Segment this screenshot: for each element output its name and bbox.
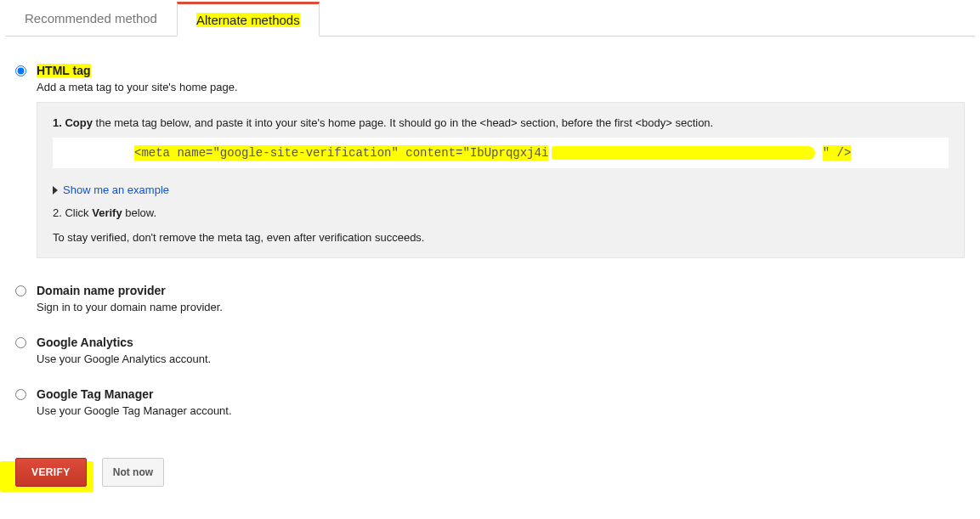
html-tag-detail: 1. Copy the meta tag below, and paste it… [37, 102, 965, 258]
radio-ga[interactable] [15, 337, 26, 348]
option-html-tag[interactable]: HTML tag Add a meta tag to your site's h… [15, 64, 965, 258]
option-domain[interactable]: Domain name provider Sign in to your dom… [15, 284, 965, 319]
option-gtm[interactable]: Google Tag Manager Use your Google Tag M… [15, 387, 965, 422]
option-gtm-title: Google Tag Manager [37, 387, 965, 401]
tab-recommended[interactable]: Recommended method [5, 2, 177, 37]
meta-tag-code[interactable]: <meta name="google-site-verification" co… [53, 138, 949, 168]
meta-tag-value-visible: <meta name="google-site-verification" co… [134, 145, 548, 161]
verify-highlight: VERIFY [15, 458, 87, 487]
option-domain-desc: Sign in to your domain name provider. [37, 301, 965, 313]
tab-recommended-label: Recommended method [25, 11, 157, 25]
option-html-tag-title-text: HTML tag [37, 64, 91, 77]
option-ga-desc: Use your Google Analytics account. [37, 353, 965, 365]
radio-gtm[interactable] [15, 389, 26, 400]
option-gtm-desc: Use your Google Tag Manager account. [37, 404, 965, 417]
tab-alternate-label: Alternate methods [196, 13, 300, 27]
meta-tag-end: " /> [823, 145, 852, 161]
step2-line: 2. Click Verify below. [53, 206, 949, 219]
option-domain-title: Domain name provider [37, 284, 965, 297]
meta-tag-obscured [552, 146, 815, 160]
other-options: Domain name provider Sign in to your dom… [15, 284, 965, 422]
step1-bold: 1. Copy [53, 116, 93, 129]
option-html-tag-body: HTML tag Add a meta tag to your site's h… [37, 64, 965, 258]
option-html-tag-desc: Add a meta tag to your site's home page. [37, 81, 965, 93]
option-ga[interactable]: Google Analytics Use your Google Analyti… [15, 336, 965, 370]
step2-bold: Verify [92, 206, 122, 219]
content-area: HTML tag Add a meta tag to your site's h… [0, 37, 980, 453]
verify-button[interactable]: VERIFY [15, 458, 87, 487]
stay-verified-note: To stay verified, don't remove the meta … [53, 231, 949, 244]
triangle-right-icon [53, 186, 58, 195]
step1-rest: the meta tag below, and paste it into yo… [93, 116, 713, 129]
tabs-bar: Recommended method Alternate methods [5, 0, 975, 37]
tab-alternate[interactable]: Alternate methods [177, 2, 320, 37]
option-html-tag-title: HTML tag [37, 64, 965, 77]
radio-html-tag[interactable] [15, 65, 26, 76]
show-example-label: Show me an example [63, 183, 169, 196]
step1-line: 1. Copy the meta tag below, and paste it… [53, 116, 949, 129]
option-ga-title: Google Analytics [37, 336, 965, 349]
actions-bar: VERIFY Not now [0, 453, 980, 500]
radio-domain[interactable] [15, 285, 26, 296]
not-now-button[interactable]: Not now [102, 458, 164, 487]
step2-pre: 2. Click [53, 206, 92, 219]
show-example-link[interactable]: Show me an example [53, 183, 169, 196]
step2-post: below. [122, 206, 156, 219]
